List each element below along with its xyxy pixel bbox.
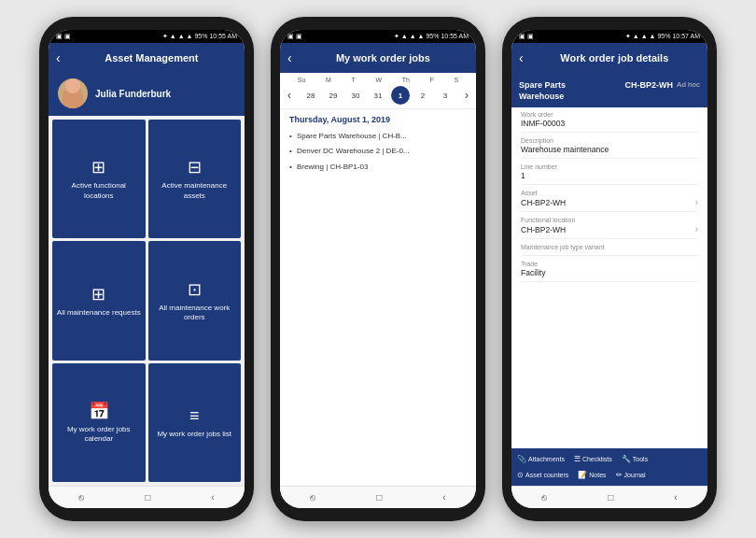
phone-1: ▣ ▣ ✦ ▲ ▲ ▲ 95% 10:55 AM ‹ Asset Managem… [39,17,254,521]
tab-attachments[interactable]: 📎 Attachments [513,452,568,466]
day-m: M [326,77,331,83]
status-right-3: ✦ ▲ ▲ ▲ 95% 10:57 AM [625,33,700,40]
nav-home-3[interactable]: □ [608,492,613,503]
job-item-1[interactable]: Spare Parts Warehouse | CH-B... [289,132,467,141]
nav-back-1[interactable]: ‹ [211,492,214,503]
date-28[interactable]: 28 [301,86,320,105]
field-work-order: Work order INMF-00003 [521,111,698,133]
tab-asset-counters[interactable]: ⊙ Asset counters [513,468,572,482]
field-value-trade: Facility [521,268,698,277]
date-1[interactable]: 1 [391,86,410,105]
app-header-3: ‹ Work order job details [511,43,707,73]
tab-tools[interactable]: 🔧 Tools [618,452,651,466]
day-th: Th [402,77,410,83]
status-bar-1: ▣ ▣ ✦ ▲ ▲ ▲ 95% 10:55 AM [49,30,245,43]
tab-notes[interactable]: 📝 Notes [574,468,609,482]
avatar-figure [63,86,83,108]
checklists-icon: ☰ [574,455,581,463]
functional-locations-icon: ⊞ [91,157,105,177]
status-bar-2: ▣ ▣ ✦ ▲ ▲ ▲ 95% 10:55 AM [280,30,476,43]
detail-fields: Work order INMF-00003 Description Wareho… [511,107,707,448]
date-2[interactable]: 2 [413,86,432,105]
date-29[interactable]: 29 [324,86,343,105]
requests-icon: ⊞ [91,284,105,304]
tile-label-calendar: My work order jobs calendar [56,425,142,445]
tile-all-workorders[interactable]: ⊡ All maintenance work orders [148,241,242,360]
back-button-1[interactable]: ‹ [56,50,61,65]
attachments-icon: 📎 [517,455,526,463]
field-label-line-number: Line number [521,163,698,170]
calendar-nav: ‹ 28 29 30 31 1 2 3 › [287,86,469,105]
field-label-description: Description [521,137,698,144]
calendar-section: Su M T W Th F S ‹ 28 29 30 31 1 2 3 [280,73,476,109]
date-31[interactable]: 31 [369,86,387,105]
nav-recent-2[interactable]: ⎋ [310,492,315,503]
field-line-number: Line number 1 [521,163,698,185]
field-value-description: Warehouse maintenance [521,145,698,154]
field-row-asset: CH-BP2-WH › [521,197,698,207]
tile-list[interactable]: ≡ My work order jobs list [148,363,242,482]
list-icon: ≡ [189,406,200,426]
jobs-date-heading: Thursday, August 1, 2019 [289,115,467,124]
date-3[interactable]: 3 [436,86,455,105]
date-30[interactable]: 30 [346,86,365,105]
tile-all-requests[interactable]: ⊞ All maintenance requests [52,241,146,360]
detail-header: Spare PartsWarehouse CH-BP2-WH Ad hoc [511,73,707,107]
tab-label-notes: Notes [589,472,606,478]
calendar-prev[interactable]: ‹ [287,89,291,102]
status-right-2: ✦ ▲ ▲ ▲ 95% 10:55 AM [394,33,469,40]
tab-journal[interactable]: ✏ Journal [612,468,650,482]
field-row-functional-location: CH-BP2-WH › [521,224,698,234]
field-label-functional-location: Functional location [521,217,698,223]
detail-bottom-tabs: 📎 Attachments ☰ Checklists 🔧 Tools ⊙ Ass… [511,448,707,486]
tab-checklists[interactable]: ☰ Checklists [570,452,616,466]
tile-label-workorders: All maintenance work orders [152,304,238,323]
detail-location: Spare PartsWarehouse [519,80,622,102]
calendar-icon: 📅 [89,401,109,421]
status-left-2: ▣ ▣ [287,33,302,40]
nav-home-1[interactable]: □ [145,492,150,503]
job-item-3[interactable]: Brewing | CH-BP1-03 [289,163,467,172]
field-label-work-order: Work order [521,111,698,118]
field-value-work-order: INMF-00003 [521,119,698,128]
nav-back-3[interactable]: ‹ [674,492,677,503]
tile-active-maintenance[interactable]: ⊟ Active maintenance assets [148,120,242,238]
day-f: F [429,77,433,83]
calendar-days-header: Su M T W Th F S [287,77,469,83]
nav-back-2[interactable]: ‹ [442,492,445,503]
tile-label-functional: Active functional locations [56,181,142,201]
asset-counters-icon: ⊙ [517,471,524,479]
app-title-3: Work order job details [529,52,700,64]
maintenance-assets-icon: ⊟ [188,157,202,177]
status-bar-3: ▣ ▣ ✦ ▲ ▲ ▲ 95% 10:57 AM [511,30,707,43]
field-description: Description Warehouse maintenance [521,137,698,159]
field-asset[interactable]: Asset CH-BP2-WH › [521,190,698,212]
asset-arrow-icon: › [695,197,698,207]
nav-home-2[interactable]: □ [376,492,382,503]
user-name: Julia Funderburk [95,89,171,99]
job-item-2[interactable]: Denver DC Warehouse 2 | DE-0... [289,147,467,156]
detail-code: CH-BP2-WH [625,80,674,90]
day-t: T [352,77,356,83]
tile-active-functional[interactable]: ⊞ Active functional locations [52,120,146,238]
calendar-dates: 28 29 30 31 1 2 3 [301,86,455,105]
status-right-1: ✦ ▲ ▲ ▲ 95% 10:55 AM [162,33,237,40]
phone-2: ▣ ▣ ✦ ▲ ▲ ▲ 95% 10:55 AM ‹ My work order… [271,17,485,521]
back-button-2[interactable]: ‹ [287,50,292,65]
back-button-3[interactable]: ‹ [519,50,524,65]
field-label-asset: Asset [521,190,698,196]
phone-bottom-nav-1: ⎋ □ ‹ [49,486,245,508]
tile-label-maintenance: Active maintenance assets [152,181,238,201]
nav-recent-3[interactable]: ⎋ [541,492,547,503]
tab-label-asset-counters: Asset counters [525,472,568,478]
app-title-1: Asset Management [66,52,237,64]
field-functional-location[interactable]: Functional location CH-BP2-WH › [521,217,698,239]
workorders-icon: ⊡ [188,279,202,300]
user-profile: Julia Funderburk [49,73,245,116]
nav-recent-1[interactable]: ⎋ [78,492,84,503]
phone-bottom-nav-2: ⎋ □ ‹ [280,486,476,508]
tile-calendar[interactable]: 📅 My work order jobs calendar [52,363,146,482]
status-left-3: ▣ ▣ [519,33,534,40]
calendar-next[interactable]: › [465,89,469,102]
phone-1-screen: ▣ ▣ ✦ ▲ ▲ ▲ 95% 10:55 AM ‹ Asset Managem… [49,30,245,508]
